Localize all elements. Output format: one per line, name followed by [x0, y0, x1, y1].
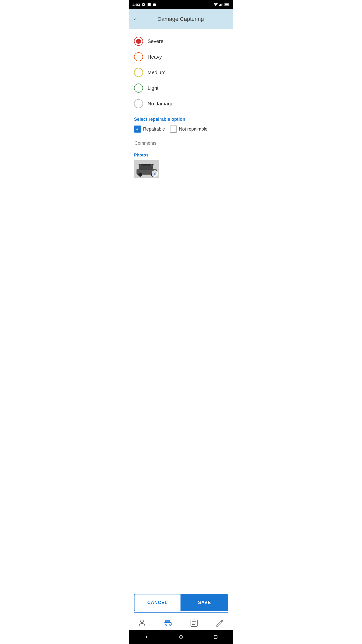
action-buttons: CANCEL SAVE — [134, 594, 228, 611]
battery-icon — [224, 3, 230, 6]
android-home-button[interactable] — [177, 633, 185, 641]
photo-delete-button[interactable] — [152, 170, 158, 177]
android-back-button[interactable] — [142, 633, 150, 641]
android-home-icon — [179, 635, 183, 639]
status-icons — [213, 3, 230, 6]
svg-rect-2 — [154, 3, 154, 4]
car-icon — [164, 619, 172, 627]
radio-item-no-damage[interactable]: No damage — [134, 97, 228, 111]
cancel-button[interactable]: CANCEL — [134, 594, 181, 611]
checkbox-repairable[interactable] — [134, 126, 141, 133]
page-title: Damage Capturing — [140, 16, 229, 22]
svg-rect-6 — [221, 4, 222, 6]
checkbox-label-not-repairable: Not repairable — [179, 127, 207, 132]
radio-item-heavy[interactable]: Heavy — [134, 50, 228, 64]
radio-circle-heavy — [134, 52, 143, 61]
checkbox-group: Repairable Not repairable — [134, 126, 228, 133]
svg-rect-17 — [140, 164, 141, 166]
repairable-section: Select repairable option Repairable Not … — [134, 116, 228, 139]
radio-circle-light — [134, 84, 143, 93]
svg-rect-0 — [148, 3, 151, 6]
checkbox-item-repairable[interactable]: Repairable — [134, 126, 165, 133]
save-button[interactable]: SAVE — [181, 594, 228, 611]
checkbox-not-repairable[interactable] — [170, 126, 177, 133]
back-button[interactable]: ‹ — [133, 15, 137, 23]
photos-row — [134, 160, 228, 178]
nav-item-edit[interactable] — [207, 619, 233, 627]
list-icon — [190, 619, 198, 627]
radio-label-heavy: Heavy — [148, 54, 162, 60]
radio-label-no-damage: No damage — [148, 101, 173, 107]
wifi-icon — [213, 3, 218, 6]
svg-point-19 — [141, 620, 143, 623]
radio-label-severe: Severe — [148, 38, 163, 44]
svg-rect-9 — [225, 4, 229, 5]
photos-section: Photos — [134, 153, 228, 184]
radio-circle-medium — [134, 68, 143, 77]
signal-icon — [219, 3, 223, 6]
person-icon — [138, 619, 146, 627]
photos-title: Photos — [134, 153, 228, 158]
checkbox-label-repairable: Repairable — [143, 127, 165, 132]
svg-marker-29 — [146, 635, 147, 638]
svg-rect-7 — [222, 3, 222, 6]
svg-rect-4 — [219, 5, 220, 6]
status-bar: 4:03 — [129, 0, 233, 9]
radio-label-light: Light — [148, 85, 158, 91]
bottom-nav — [129, 615, 233, 630]
svg-rect-3 — [155, 3, 155, 4]
square-icon — [147, 3, 151, 7]
nav-item-person[interactable] — [129, 619, 155, 627]
settings-icon — [142, 3, 146, 7]
svg-rect-31 — [214, 635, 217, 638]
radio-circle-no-damage — [134, 99, 143, 108]
svg-rect-10 — [229, 4, 229, 5]
radio-inner-severe — [136, 39, 141, 44]
nav-item-car[interactable] — [155, 619, 181, 627]
comments-input[interactable] — [134, 139, 228, 148]
radio-item-medium[interactable]: Medium — [134, 65, 228, 79]
android-recents-icon — [213, 635, 218, 639]
android-back-icon — [144, 635, 149, 639]
radio-item-light[interactable]: Light — [134, 81, 228, 95]
checkbox-item-not-repairable[interactable]: Not repairable — [170, 126, 207, 133]
radio-item-severe[interactable]: Severe — [134, 34, 228, 48]
svg-rect-1 — [153, 4, 156, 6]
radio-circle-severe — [134, 37, 143, 46]
main-content: Severe Heavy Medium Light No damage Sele… — [129, 29, 233, 615]
svg-rect-13 — [139, 165, 153, 170]
damage-radio-group: Severe Heavy Medium Light No damage — [134, 34, 228, 111]
edit-icon — [216, 619, 224, 627]
photo-thumbnail — [134, 160, 159, 178]
svg-point-30 — [179, 635, 183, 638]
android-nav-bar — [129, 630, 233, 644]
trash-icon — [153, 172, 157, 176]
svg-point-22 — [165, 625, 167, 626]
nav-item-list[interactable] — [181, 619, 207, 627]
svg-rect-18 — [151, 164, 152, 166]
svg-point-23 — [169, 625, 171, 626]
android-recents-button[interactable] — [212, 633, 220, 641]
repairable-section-title: Select repairable option — [134, 117, 228, 122]
sd-icon — [153, 3, 156, 7]
divider-line — [134, 612, 228, 613]
app-header: ‹ Damage Capturing — [129, 9, 233, 29]
radio-label-medium: Medium — [148, 70, 165, 75]
svg-point-14 — [138, 173, 142, 177]
svg-rect-5 — [220, 4, 221, 6]
status-time: 4:03 — [132, 3, 140, 7]
